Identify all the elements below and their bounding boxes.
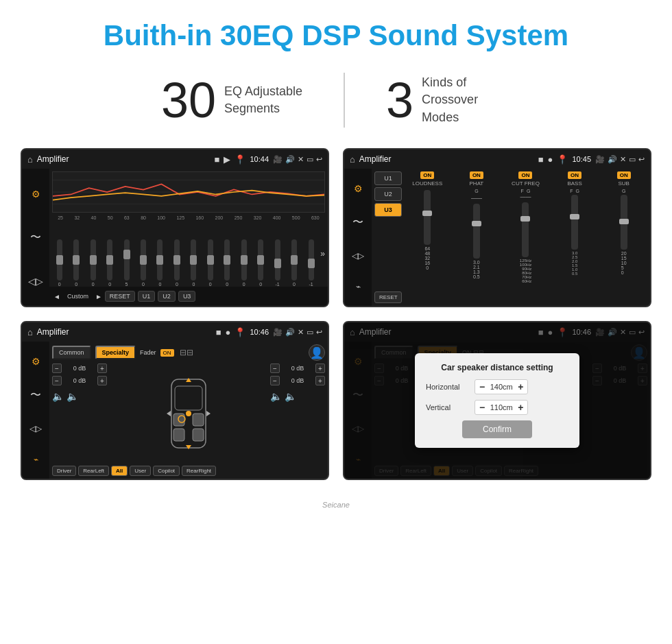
- eq-slider-5[interactable]: 5: [119, 239, 134, 287]
- reset-btn-xo[interactable]: RESET: [374, 291, 402, 303]
- play-icon-eq1[interactable]: ▶: [224, 154, 230, 165]
- camera-icon-eq1: 🎥: [273, 155, 283, 164]
- fader-on-badge[interactable]: ON: [160, 349, 174, 357]
- dialog-horizontal-input[interactable]: − 140cm +: [475, 379, 528, 394]
- xo-sub-on[interactable]: ON: [617, 171, 631, 179]
- reset-button-eq1[interactable]: RESET: [105, 291, 135, 302]
- expand-arrows[interactable]: »: [320, 249, 325, 259]
- eq-slider-3[interactable]: 0: [86, 239, 100, 287]
- eq-slider-10[interactable]: 0: [203, 239, 217, 287]
- home-icon-spec[interactable]: ⌂: [27, 327, 33, 337]
- eq-slider-11[interactable]: 0: [220, 239, 235, 287]
- xo-loudness-slider[interactable]: [424, 190, 431, 245]
- eq-slider-6[interactable]: 0: [136, 239, 150, 287]
- horizontal-plus[interactable]: +: [518, 381, 523, 392]
- user-btn[interactable]: User: [130, 466, 151, 476]
- all-btn[interactable]: All: [111, 466, 128, 476]
- minus-btn-4[interactable]: −: [270, 376, 280, 385]
- eq-slider-7[interactable]: 0: [153, 239, 167, 287]
- spec-tune-icon[interactable]: ⚙: [32, 356, 40, 367]
- rearright-btn[interactable]: RearRight: [182, 466, 216, 476]
- status-icons-right-xo: 🎥 🔊 ✕ ▭ ↩: [595, 155, 645, 164]
- plus-btn-3[interactable]: +: [315, 363, 325, 373]
- dialog-title: Car speaker distance setting: [426, 363, 568, 372]
- xo-sub-label: SUB: [618, 180, 629, 187]
- eq-slider-15[interactable]: 0: [287, 239, 301, 287]
- minus-btn-2[interactable]: −: [52, 376, 62, 385]
- eq-slider-8[interactable]: 0: [169, 239, 184, 287]
- eq-slider-2[interactable]: 0: [69, 239, 83, 287]
- close-icon-xo[interactable]: ✕: [620, 155, 626, 164]
- screen-dialog: ⌂ Amplifier ■ ● 📍 10:46 🎥 🔊 ✕ ▭ ↩ ⚙ 〜 ◁▷…: [343, 321, 651, 480]
- stat-eq-label: EQ AdjustableSegments: [224, 83, 302, 117]
- xo-loudness-on[interactable]: ON: [420, 171, 434, 179]
- eq-slider-4[interactable]: 0: [102, 239, 117, 287]
- status-bar-crossover: ⌂ Amplifier ■ ● 📍 10:45 🎥 🔊 ✕ ▭ ↩: [344, 150, 650, 169]
- stats-row: 30 EQ AdjustableSegments 3 Kinds ofCross…: [0, 59, 672, 148]
- spec-wave-icon[interactable]: 〜: [30, 388, 41, 403]
- xo-bt-icon[interactable]: ⌁: [356, 282, 361, 291]
- dialog-vertical-input[interactable]: − 110cm +: [475, 400, 528, 415]
- xo-bass-slider[interactable]: [571, 195, 578, 250]
- vertical-plus[interactable]: +: [518, 402, 523, 413]
- home-icon-eq1[interactable]: ⌂: [27, 154, 33, 165]
- eq-slider-16[interactable]: -1: [304, 239, 318, 287]
- minus-btn-3[interactable]: −: [270, 363, 280, 373]
- u2-btn-xo[interactable]: U2: [374, 187, 402, 201]
- db-row-2: − 0 dB +: [52, 376, 107, 385]
- xo-cutfreq-on[interactable]: ON: [518, 171, 532, 179]
- eq-slider-9[interactable]: 0: [187, 239, 201, 287]
- back-icon-xo[interactable]: ↩: [638, 155, 645, 164]
- u2-button-eq1[interactable]: U2: [158, 291, 176, 302]
- stat-crossover-number: 3: [386, 75, 413, 125]
- home-icon-xo[interactable]: ⌂: [350, 154, 355, 165]
- next-icon[interactable]: ►: [95, 293, 102, 300]
- horizontal-minus[interactable]: −: [479, 381, 485, 392]
- xo-bass-on[interactable]: ON: [568, 171, 581, 179]
- speaker-left-rear: 🔈: [67, 391, 78, 402]
- xo-phat-on[interactable]: ON: [470, 171, 483, 179]
- vertical-minus[interactable]: −: [479, 402, 485, 413]
- eq-vol-icon[interactable]: ◁▷: [28, 276, 43, 287]
- tab-common[interactable]: Common: [52, 346, 91, 359]
- driver-btn[interactable]: Driver: [52, 466, 76, 476]
- db-value-1: 0 dB: [64, 365, 95, 372]
- title-spec: Amplifier: [37, 327, 212, 337]
- eq-tune-icon[interactable]: ⚙: [32, 189, 40, 200]
- eq-slider-1[interactable]: 0: [52, 239, 67, 287]
- u1-btn-xo[interactable]: U1: [374, 171, 402, 185]
- dot-icon-xo: ●: [548, 154, 553, 165]
- camera-icon-xo: 🎥: [595, 155, 605, 164]
- eq-main: 2532405063 80100125160200 25032040050063…: [49, 169, 328, 306]
- eq-wave-icon[interactable]: 〜: [30, 230, 41, 245]
- plus-btn-4[interactable]: +: [315, 376, 325, 385]
- xo-cutfreq-slider[interactable]: [522, 202, 529, 257]
- spec-bt-icon[interactable]: ⌁: [34, 455, 38, 464]
- xo-tune-icon[interactable]: ⚙: [354, 183, 363, 194]
- xo-wave-icon[interactable]: 〜: [352, 215, 363, 230]
- u3-button-eq1[interactable]: U3: [178, 291, 196, 302]
- u1-button-eq1[interactable]: U1: [138, 291, 156, 302]
- close-icon-spec[interactable]: ✕: [298, 328, 304, 337]
- spec-vol-icon[interactable]: ◁▷: [29, 424, 42, 433]
- plus-btn-1[interactable]: +: [97, 363, 107, 373]
- close-icon-eq1[interactable]: ✕: [298, 155, 304, 164]
- back-icon-spec[interactable]: ↩: [316, 328, 322, 337]
- prev-icon[interactable]: ◄: [53, 293, 60, 300]
- plus-btn-2[interactable]: +: [97, 376, 107, 385]
- eq-slider-14[interactable]: -1: [270, 239, 285, 287]
- copilot-btn[interactable]: Copilot: [153, 466, 180, 476]
- rearleft-btn[interactable]: RearLeft: [78, 466, 109, 476]
- xo-sub: ON SUB G 20151050: [600, 171, 647, 303]
- xo-vol-icon[interactable]: ◁▷: [352, 251, 364, 261]
- u3-btn-xo[interactable]: U3: [374, 203, 402, 217]
- xo-sub-slider[interactable]: [621, 195, 627, 250]
- eq-slider-13[interactable]: 0: [253, 239, 267, 287]
- tab-specialty[interactable]: Specialty: [95, 346, 136, 359]
- back-icon-eq1[interactable]: ↩: [316, 155, 322, 164]
- speaker-icons-left: 🔈 🔈: [52, 391, 107, 402]
- minus-btn-1[interactable]: −: [52, 363, 62, 373]
- xo-phat-slider[interactable]: [473, 204, 480, 259]
- confirm-button[interactable]: Confirm: [462, 420, 532, 438]
- eq-slider-12[interactable]: 0: [237, 239, 251, 287]
